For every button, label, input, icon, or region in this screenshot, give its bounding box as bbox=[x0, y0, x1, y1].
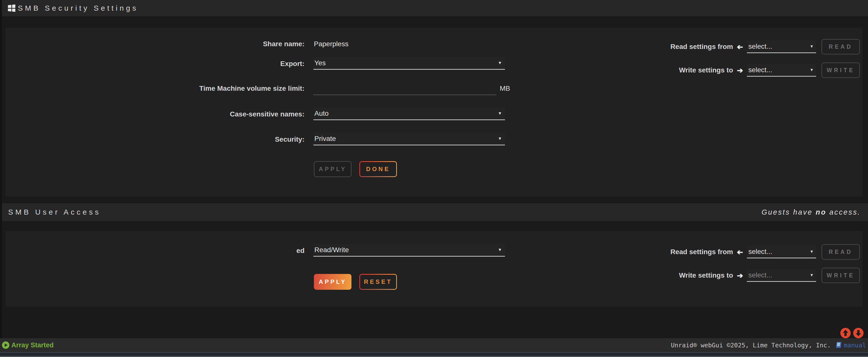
settings-io-block: Read settings from select... READ Write … bbox=[647, 28, 860, 197]
read-settings-select[interactable]: select... bbox=[747, 245, 816, 258]
smb-user-access-header: SMB User Access Guests have no access. bbox=[2, 203, 868, 221]
scroll-to-bottom-button[interactable] bbox=[853, 328, 864, 338]
mb-suffix: MB bbox=[500, 85, 510, 92]
copyright-text: Unraid® webGui ©2025, Lime Technology, I… bbox=[671, 342, 866, 349]
write-settings-select[interactable]: select... bbox=[747, 269, 816, 282]
apply-button[interactable]: APPLY bbox=[314, 274, 351, 290]
array-status: Array Started bbox=[2, 341, 54, 349]
right-arrow-icon bbox=[735, 271, 745, 280]
array-status-text: Array Started bbox=[11, 341, 54, 349]
reset-button[interactable]: RESET bbox=[359, 274, 397, 290]
apply-button[interactable]: APPLY bbox=[314, 161, 351, 177]
case-sensitive-select[interactable]: Auto bbox=[313, 107, 505, 120]
security-label: Security: bbox=[5, 136, 305, 143]
section-title: SMB User Access bbox=[8, 208, 101, 216]
share-name-value: Paperpless bbox=[314, 40, 348, 48]
page-scroll-buttons bbox=[840, 328, 864, 338]
left-arrow-icon bbox=[735, 42, 745, 51]
user-ed-label: ed bbox=[5, 247, 305, 255]
array-started-icon bbox=[2, 341, 9, 349]
left-arrow-icon bbox=[735, 248, 745, 257]
manual-book-icon bbox=[835, 342, 842, 349]
export-select[interactable]: Yes bbox=[313, 57, 505, 70]
time-machine-limit-input[interactable] bbox=[313, 83, 496, 95]
read-button[interactable]: READ bbox=[822, 244, 860, 260]
footer-bar: Array Started Unraid® webGui ©2025, Lime… bbox=[0, 338, 868, 352]
read-settings-from-label: Read settings from bbox=[647, 43, 733, 51]
smb-security-settings-panel: Share name: Paperpless Export: Yes Time … bbox=[5, 28, 863, 197]
read-settings-select[interactable]: select... bbox=[747, 40, 816, 53]
bottom-edge-highlight bbox=[0, 356, 868, 357]
write-settings-select[interactable]: select... bbox=[747, 64, 816, 77]
smb-user-access-panel: ed Read/Write APPLY RESET Read settings … bbox=[5, 231, 863, 307]
write-settings-to-label: Write settings to bbox=[647, 66, 733, 74]
read-settings-from-label: Read settings from bbox=[647, 248, 733, 256]
page-title: SMB Security Settings bbox=[18, 4, 138, 12]
write-button[interactable]: WRITE bbox=[822, 268, 860, 283]
export-label: Export: bbox=[5, 60, 305, 68]
security-select[interactable]: Private bbox=[313, 132, 505, 145]
right-arrow-icon bbox=[735, 66, 745, 75]
case-sensitive-label: Case-sensitive names: bbox=[5, 110, 305, 118]
smb-security-settings-header: SMB Security Settings bbox=[2, 0, 868, 16]
write-settings-to-label: Write settings to bbox=[647, 271, 733, 279]
manual-link[interactable]: manual bbox=[844, 342, 866, 349]
settings-io-block: Read settings from select... READ Write … bbox=[647, 231, 860, 307]
done-button[interactable]: DONE bbox=[359, 161, 397, 177]
left-edge-strip bbox=[0, 0, 2, 338]
write-button[interactable]: WRITE bbox=[822, 63, 860, 78]
share-name-label: Share name: bbox=[5, 40, 305, 48]
guests-access-note: Guests have no access. bbox=[762, 208, 861, 216]
scroll-to-top-button[interactable] bbox=[840, 328, 851, 338]
bottom-edge-band bbox=[0, 353, 868, 356]
user-ed-access-select[interactable]: Read/Write bbox=[313, 244, 505, 257]
windows-logo-icon bbox=[8, 4, 15, 12]
time-machine-limit-label: Time Machine volume size limit: bbox=[5, 85, 305, 92]
read-button[interactable]: READ bbox=[822, 39, 860, 54]
